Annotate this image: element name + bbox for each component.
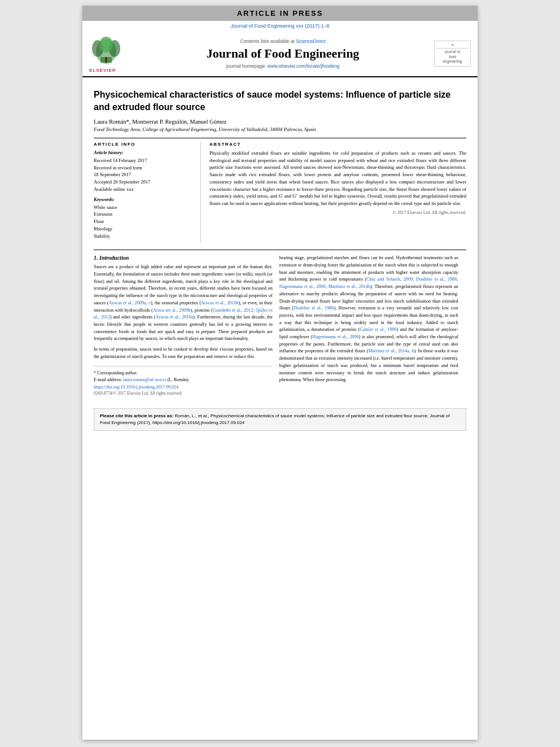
journal-name: Journal of Food Engineering	[134, 46, 431, 61]
homepage-line: journal homepage: www.elsevier.com/locat…	[134, 63, 431, 69]
col-right: heating stage, pregelatinised starches a…	[279, 255, 458, 396]
citation-label: Please cite this article in press as:	[100, 413, 173, 418]
elsevier-tree-icon	[89, 34, 123, 65]
corresponding-note: * Corresponding author. E-mail address: …	[94, 370, 273, 382]
sciencedirect-label: Contents lists available at	[240, 38, 294, 44]
authors: Laura Román*, Montserrat P. Reguilón, Ma…	[94, 119, 466, 125]
body-columns: 1. Introduction Sauces are a product of …	[94, 250, 466, 396]
article-info-abstract: ARTICLE INFO Article history: Received 1…	[94, 138, 466, 243]
keywords-label: Keywords:	[94, 196, 195, 202]
introduction-heading: 1. Introduction	[94, 255, 273, 261]
journal-header: ELSEVIER Contents lists available at Sci…	[82, 31, 478, 77]
ref-camire[interactable]: Camire et al., 1990	[360, 327, 397, 332]
abstract-section: ABSTRACT Physically modified extruded fl…	[209, 142, 466, 243]
journal-ref-text: Journal of Food Engineering xxx (2017) 1…	[230, 23, 329, 29]
doi-link[interactable]: https://doi.org/10.1016/j.jfoodeng.2017.…	[94, 385, 273, 390]
ref-arocas-2010b[interactable]: Arocas et al., 2010b	[201, 300, 239, 305]
journal-logo-right: ≡ journal offoodengineering	[431, 41, 471, 66]
received-date: Received 14 February 2017 Received in re…	[94, 157, 195, 193]
copyright: © 2017 Elsevier Ltd. All rights reserved…	[209, 210, 466, 215]
keywords-list: White sauceExtrusionFlourRheologyStabili…	[94, 204, 195, 240]
affiliation: Food Technology Area, College of Agricul…	[94, 126, 466, 132]
ref-arocas-2009b[interactable]: Aroca set al., 2009b	[153, 308, 191, 313]
elsevier-logo: ELSEVIER	[89, 34, 134, 73]
col-left: 1. Introduction Sauces are a product of …	[94, 255, 273, 396]
article-title: Physicochemical characteristics of sauce…	[94, 89, 466, 114]
col-right-para1: heating stage, pregelatinised starches a…	[279, 255, 458, 384]
ref-doublier[interactable]: Doublier et al., 1986	[294, 305, 334, 311]
ref-hagenimana[interactable]: Hagenimana et al., 2006	[312, 334, 358, 339]
banner-text: ARTICLE IN PRESS	[237, 9, 323, 18]
homepage-link[interactable]: www.elsevier.com/locate/jfoodeng	[268, 63, 340, 69]
article-info-title: ARTICLE INFO	[94, 142, 195, 147]
journal-center: Contents lists available at ScienceDirec…	[134, 38, 431, 69]
abstract-title: ABSTRACT	[209, 142, 466, 147]
issn-text: 0260-8774/© 2017 Elsevier Ltd. All right…	[94, 391, 273, 396]
ref-arocas-2010a[interactable]: Arocas et al., 2010a	[156, 314, 194, 320]
journal-ref-line: Journal of Food Engineering xxx (2017) 1…	[82, 21, 478, 31]
intro-para1: Sauces are a product of high added value…	[94, 264, 273, 343]
ref-chiu[interactable]: Chiu and Solarek, 2009; Doublier et al.,…	[279, 277, 458, 289]
sciencedirect-line: Contents lists available at ScienceDirec…	[134, 38, 431, 44]
sciencedirect-link[interactable]: ScienceDirect	[296, 38, 325, 44]
ref-martinez[interactable]: Martínez et al., 2014a, b	[368, 348, 414, 353]
abstract-text: Physically modified extruded flours are …	[209, 150, 466, 207]
article-info: ARTICLE INFO Article history: Received 1…	[94, 142, 201, 243]
article-history-label: Article history:	[94, 150, 195, 155]
footnote-section: * Corresponding author. E-mail address: …	[94, 366, 273, 395]
ref-arocas-2009a[interactable]: Arocas et al., 2009a, c	[109, 300, 151, 305]
journal-logo-box: ≡ journal offoodengineering	[434, 41, 471, 66]
elsevier-brand-text: ELSEVIER	[89, 68, 134, 73]
svg-point-5	[99, 37, 113, 53]
intro-para2: In terms of preparation, sauces need to …	[94, 346, 273, 360]
page: ARTICLE IN PRESS Journal of Food Enginee…	[82, 6, 478, 740]
main-content: Physicochemical characteristics of sauce…	[82, 77, 478, 401]
email-link[interactable]: laura.roman@iaf.uva.es	[123, 377, 166, 382]
article-in-press-banner: ARTICLE IN PRESS	[82, 6, 478, 21]
citation-bar: Please cite this article in press as: Ro…	[94, 408, 466, 431]
